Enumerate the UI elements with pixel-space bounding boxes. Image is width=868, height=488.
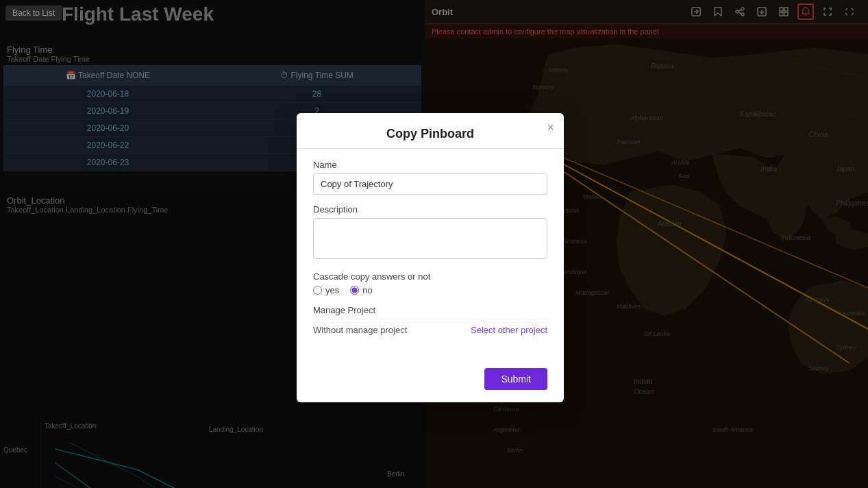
description-input[interactable] (313, 218, 547, 259)
select-other-project-link[interactable]: Select other project (471, 325, 547, 335)
manage-project-group: Manage Project Without manage project Se… (313, 305, 547, 341)
copy-pinboard-modal: Copy Pinboard × Name Description Cascade… (297, 113, 564, 402)
name-group: Name (313, 160, 547, 195)
submit-button[interactable]: Submit (484, 368, 547, 390)
cascade-label: Cascade copy answers or not (313, 271, 547, 282)
modal-footer: Submit (297, 361, 564, 402)
cascade-yes-label[interactable]: yes (313, 285, 339, 295)
name-input[interactable] (313, 173, 547, 195)
modal-close-button[interactable]: × (547, 121, 554, 134)
manage-project-row: Without manage project Select other proj… (313, 319, 547, 341)
name-label: Name (313, 160, 547, 170)
description-group: Description (313, 204, 547, 262)
cascade-options: yes no (313, 285, 547, 295)
modal-title: Copy Pinboard (313, 127, 547, 141)
cascade-yes-text: yes (325, 285, 339, 295)
cascade-no-radio[interactable] (350, 286, 359, 295)
manage-project-label: Manage Project (313, 305, 547, 315)
description-label: Description (313, 204, 547, 215)
manage-project-value: Without manage project (313, 325, 407, 335)
cascade-no-label[interactable]: no (350, 285, 372, 295)
modal-body: Name Description Cascade copy answers or… (297, 149, 564, 361)
cascade-group: Cascade copy answers or not yes no (313, 271, 547, 295)
modal-header: Copy Pinboard × (297, 113, 564, 148)
cascade-yes-radio[interactable] (313, 286, 322, 295)
cascade-no-text: no (362, 285, 372, 295)
